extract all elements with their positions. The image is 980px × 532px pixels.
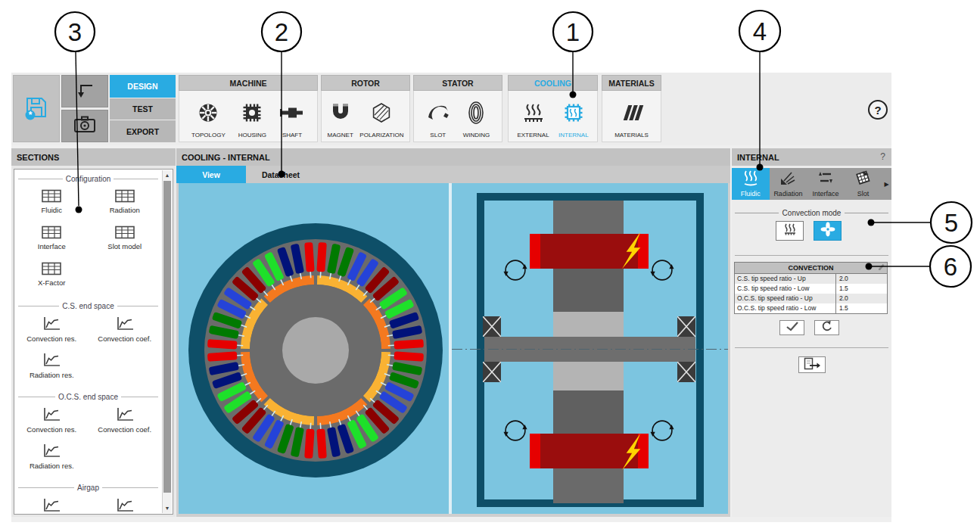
table-icon	[42, 226, 61, 239]
export-icon	[803, 357, 821, 373]
panel-help-icon[interactable]: ?	[880, 151, 885, 162]
scroll-up-icon[interactable]: ▲	[163, 170, 172, 180]
section-item-x-factor[interactable]: X-Factor	[15, 257, 89, 294]
magnet-button[interactable]: MAGNET	[327, 91, 354, 142]
table-row: O.C.S. tip speed ratio - Low 1.5	[735, 303, 887, 313]
shaft-button[interactable]: SHAFT	[278, 91, 306, 142]
reset-button[interactable]	[814, 320, 839, 335]
ribbon-toolbar: * DESIGN TEST EXP	[11, 73, 891, 145]
screenshot-button[interactable]	[61, 110, 108, 142]
materials-button[interactable]: MATERIALS	[614, 91, 649, 142]
svg-text:2: 2	[275, 18, 288, 46]
save-button[interactable]: *	[13, 75, 60, 142]
bearing-icon	[483, 362, 501, 382]
radiation-icon	[779, 170, 797, 189]
scrollbar-thumb[interactable]	[163, 181, 171, 493]
winding-icon	[465, 93, 487, 132]
sections-scrollbar[interactable]: ▲ ▼	[162, 170, 172, 513]
winding-button[interactable]: WINDING	[462, 91, 491, 142]
shaft	[282, 317, 349, 384]
tab-datasheet[interactable]: Datasheet	[246, 166, 316, 183]
section-item-airgap-1[interactable]	[15, 493, 89, 515]
convection-table: CONVECTION C.S. tip speed ratio - Up 2.0…	[734, 262, 888, 314]
fluidic-icon	[742, 170, 760, 189]
section-item-cs-convection-res[interactable]: Convection res.	[15, 312, 89, 348]
chart-icon	[42, 407, 61, 422]
section-item-slot-model[interactable]: Slot model	[89, 221, 162, 257]
section-item-airgap-2[interactable]	[89, 493, 162, 515]
export-button[interactable]	[798, 356, 826, 373]
internal-settings-panel: INTERNAL ? Fluidic	[732, 148, 891, 517]
cooling-internal-button[interactable]: INTERNAL	[558, 91, 590, 142]
section-item-ocs-convection-coef[interactable]: Convection coef.	[89, 403, 162, 439]
tab-radiation[interactable]: Radiation	[770, 168, 807, 200]
axial-cross-section-view	[452, 183, 728, 514]
housing-label: HOUSING	[238, 132, 266, 138]
section-item-fluidic[interactable]: Fluidic	[15, 185, 89, 221]
tab-export[interactable]: EXPORT	[110, 120, 176, 142]
return-arrow-button[interactable]	[61, 75, 108, 107]
main-panel-title: COOLING - INTERNAL	[176, 148, 730, 166]
sections-panel-title: SECTIONS	[11, 148, 176, 166]
shaft-icon	[279, 93, 305, 132]
natural-convection-button[interactable]	[776, 221, 804, 241]
table-icon	[42, 189, 61, 203]
tab-design[interactable]: DESIGN	[110, 75, 176, 98]
svg-text:3: 3	[68, 18, 82, 46]
divider	[735, 347, 888, 348]
table-icon	[115, 226, 135, 239]
polarization-button[interactable]: POLARIZATION	[359, 91, 404, 142]
svg-text:*: *	[29, 110, 33, 120]
ribbon-group-title: ROTOR	[321, 75, 410, 91]
cooling-internal-label: INTERNAL	[558, 132, 589, 138]
svg-text:6: 6	[944, 253, 957, 281]
natural-convection-icon	[781, 222, 799, 239]
svg-text:4: 4	[753, 17, 767, 45]
machine-view-canvas	[179, 183, 728, 514]
section-item-cs-radiation-res[interactable]: Radiation res.	[15, 348, 89, 384]
slot-tab-icon	[854, 170, 873, 189]
section-item-cs-convection-coef[interactable]: Convection coef.	[89, 312, 162, 348]
bearing-icon	[677, 316, 695, 337]
topology-label: TOPOLOGY	[191, 132, 226, 138]
apply-button[interactable]	[779, 320, 804, 335]
slot-icon	[426, 93, 450, 132]
section-item-interface[interactable]: Interface	[15, 221, 89, 257]
winding-label: WINDING	[463, 132, 490, 138]
svg-text:1: 1	[566, 18, 580, 46]
help-button[interactable]: ?	[868, 100, 888, 120]
more-tabs-arrow-icon[interactable]: ▶	[882, 168, 891, 200]
tab-slot[interactable]: Slot	[845, 168, 882, 200]
tab-interface[interactable]: Interface	[807, 168, 845, 200]
topology-button[interactable]: TOPOLOGY	[191, 91, 226, 142]
ribbon-group-rotor: ROTOR MAGNET	[321, 75, 410, 142]
tab-test[interactable]: TEST	[110, 98, 176, 120]
scroll-down-icon[interactable]: ▼	[163, 503, 172, 513]
return-arrow-icon	[73, 80, 96, 103]
section-group-ocs-end-space: O.C.S. end space	[18, 390, 158, 403]
topology-icon	[197, 93, 219, 132]
value-cell[interactable]: 1.5	[835, 303, 887, 313]
slot-button[interactable]: SLOT	[425, 91, 451, 142]
tab-view[interactable]: View	[176, 166, 246, 183]
sections-panel: SECTIONS Configuration Fluidic Radiation	[11, 148, 176, 517]
cooling-external-button[interactable]: EXTERNAL	[516, 91, 549, 142]
forced-convection-button[interactable]	[814, 221, 842, 241]
value-cell[interactable]: 2.0	[835, 294, 887, 303]
divider	[735, 255, 888, 256]
chart-icon	[42, 498, 61, 513]
chart-icon	[42, 443, 61, 459]
value-cell[interactable]: 2.0	[835, 274, 887, 284]
section-item-radiation[interactable]: Radiation	[89, 185, 162, 221]
section-item-ocs-convection-res[interactable]: Convection res.	[15, 403, 89, 439]
help-label: ?	[874, 104, 881, 117]
tab-fluidic[interactable]: Fluidic	[732, 168, 770, 200]
magnet-icon	[329, 93, 352, 132]
ribbon-group-cooling: COOLING EXTERNAL	[508, 75, 598, 142]
housing-button[interactable]: HOUSING	[238, 91, 267, 142]
value-cell[interactable]: 1.5	[835, 284, 887, 294]
section-item-ocs-radiation-res[interactable]: Radiation res.	[15, 439, 89, 475]
motor-design-application: * DESIGN TEST EXP	[0, 0, 980, 532]
ribbon-group-stator: STATOR SLOT	[413, 75, 502, 142]
chart-icon	[115, 407, 135, 422]
